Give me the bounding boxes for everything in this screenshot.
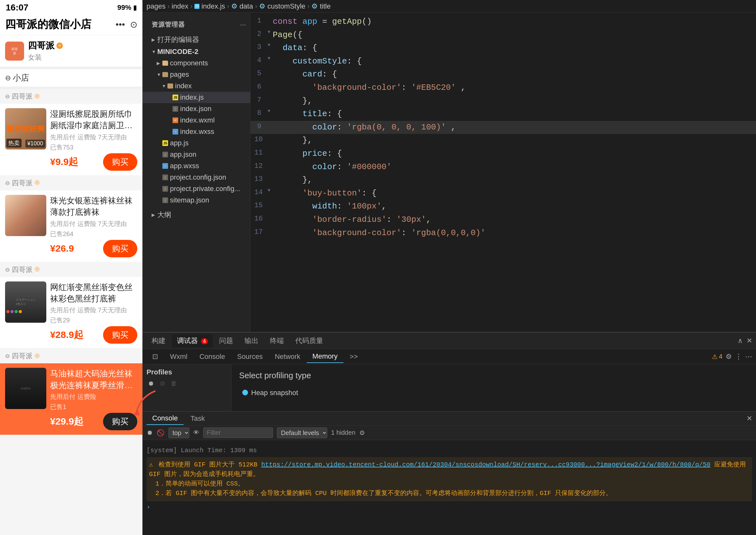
tree-item-minicode2[interactable]: ▼ MINICODE-2 [143, 46, 250, 57]
dots-icon[interactable]: ⋯ [745, 352, 752, 361]
tree-item-pages[interactable]: ▼ pages [143, 69, 250, 80]
tree-item-index-wxml[interactable]: W index.wxml [143, 115, 250, 126]
breadcrumb-sep-4: › [255, 2, 257, 11]
tree-item-project-config[interactable]: {} project.config.json [143, 172, 250, 183]
stop-btn[interactable]: ⊘ [158, 379, 167, 388]
delete-btn[interactable]: 🗑 [169, 379, 178, 388]
sub-tab-wxml[interactable]: Wxml [164, 351, 193, 363]
scan-icon[interactable]: ⊙ [130, 19, 137, 30]
code-lines[interactable]: 1 const app = getApp() 2 ▼ Page({ 3 ▼ da… [251, 13, 756, 332]
tree-item-project-private[interactable]: {} project.private.config... [143, 183, 250, 194]
store-subtitle: 女装 [28, 53, 63, 62]
folder-icon-index [168, 83, 173, 89]
line-num-6: 6 [254, 81, 268, 92]
buy-btn-2[interactable]: 购买 [103, 240, 137, 257]
wxss-icon-index-wxss: ~ [173, 129, 178, 134]
line-num-3: 3 [254, 42, 268, 53]
product-name-2: 珠光女银葱连裤袜丝袜薄款打底裤袜 [50, 195, 137, 218]
sub-tab-memory[interactable]: Memory [307, 350, 343, 363]
file-tree-more[interactable]: ··· [240, 21, 246, 29]
more-icon[interactable]: ••• [116, 19, 125, 30]
tree-item-app-js[interactable]: JS app.js [143, 137, 250, 149]
tree-item-sitemap[interactable]: {} sitemap.json [143, 194, 250, 206]
tab-debugger[interactable]: 调试器 4 [172, 334, 213, 348]
tree-item-app-wxss[interactable]: ~ app.wxss [143, 160, 250, 172]
product-img-2 [5, 195, 46, 236]
breadcrumb-indexjs: index.js [202, 2, 225, 11]
tree-item-index-wxss[interactable]: ~ index.wxss [143, 126, 250, 137]
code-content-11: price: { [273, 147, 752, 160]
code-line-2: 2 ▼ Page({ [251, 29, 756, 42]
verified-3: ⓔ [35, 266, 40, 273]
project-private-label: project.private.config... [170, 185, 240, 193]
battery-level: 99% [117, 4, 131, 12]
fold-4[interactable]: ▼ [268, 55, 273, 62]
code-line-10: 10 }, [251, 134, 756, 147]
radio-heap[interactable] [242, 390, 248, 395]
sub-tab-panel-icon[interactable]: ⊡ [147, 351, 164, 363]
buy-btn-3[interactable]: 购买 [103, 326, 137, 344]
index-json-label: index.json [180, 105, 211, 113]
console-eye-icon[interactable]: 👁 [193, 429, 200, 436]
line-num-9: 9 [254, 121, 268, 132]
console-record-icon[interactable]: ⏺ [147, 429, 153, 436]
shop-tab[interactable]: ⊖ 小店 [0, 69, 142, 89]
console-link[interactable]: https://store.mp.video.tencent-cloud.com… [261, 461, 710, 468]
collapse-icon[interactable]: ∧ [738, 337, 743, 345]
section-header-2: ⊖ 四哥派 ⓔ [0, 176, 142, 190]
outline-label: 大纲 [157, 210, 171, 220]
console-levels-select[interactable]: Default levels [277, 427, 327, 438]
console-tab-task[interactable]: Task [185, 412, 210, 425]
sub-tab-console[interactable]: Console [194, 351, 231, 363]
console-filter-input[interactable] [203, 427, 273, 438]
line-num-7: 7 [254, 95, 268, 106]
tab-issues[interactable]: 问题 [214, 334, 238, 348]
buy-btn-4[interactable]: 购买 [103, 413, 137, 430]
console-close-icon[interactable]: ✕ [746, 414, 752, 423]
fold-2[interactable]: ▼ [268, 29, 273, 36]
console-toolbar: ⏺ 🚫 top 👁 Default levels 1 hidden ⚙ [143, 426, 756, 440]
tab-terminal[interactable]: 终端 [265, 334, 289, 348]
line-num-12: 12 [254, 160, 268, 172]
tree-item-index-json[interactable]: {} index.json [143, 103, 250, 115]
minicode2-label: MINICODE-2 [157, 47, 199, 56]
fold-14[interactable]: ▼ [268, 187, 273, 194]
fold-8[interactable]: ▼ [268, 108, 273, 115]
code-content-1: const app = getApp() [273, 15, 752, 29]
settings-icon[interactable]: ⚙ [726, 352, 732, 361]
sub-tab-more[interactable]: >> [344, 351, 364, 363]
code-content-12: color: '#000000' [273, 160, 752, 174]
section-label-3: 四哥派 [12, 265, 33, 274]
folder-arrow-pages: ▼ [157, 72, 160, 77]
more-icon-sub[interactable]: ⋮ [735, 352, 742, 361]
product-info-3: 网红渐变黑丝渐变色丝袜彩色黑丝打底裤 先用后付 运费险 7天无理由 已售29 ¥… [50, 281, 137, 344]
code-content-6: 'background-color': '#EB5C20' , [273, 81, 752, 95]
line-num-2: 2 [254, 29, 268, 40]
code-line-4: 4 ▼ customStyle: { [251, 55, 756, 68]
fold-3[interactable]: ▼ [268, 42, 273, 48]
tab-build[interactable]: 构建 [147, 334, 171, 348]
console-tab-console[interactable]: Console [147, 412, 184, 425]
tree-item-components[interactable]: ▶ components [143, 57, 250, 69]
buy-btn-1[interactable]: 购买 [103, 153, 137, 171]
sub-tab-network[interactable]: Network [269, 351, 306, 363]
line-num-1: 1 [254, 15, 268, 26]
record-btn[interactable]: ⏺ [147, 379, 155, 388]
tree-item-index-js[interactable]: JS index.js [143, 92, 250, 103]
open-editors-label: 打开的编辑器 [157, 35, 199, 44]
close-panel-icon[interactable]: ✕ [746, 337, 752, 345]
tree-item-outline[interactable]: ▶ 大纲 [143, 209, 250, 221]
breadcrumb-func-icon: ⚙ [231, 2, 237, 11]
product-tags-3: 先用后付 运费险 7天无理由 [50, 306, 137, 315]
tab-quality[interactable]: 代码质量 [290, 334, 328, 348]
tree-item-app-json[interactable]: {} app.json [143, 149, 250, 160]
sub-tab-sources[interactable]: Sources [231, 351, 269, 363]
console-context-select[interactable]: top [168, 427, 189, 438]
console-stop-icon[interactable]: 🚫 [157, 429, 165, 436]
profiling-option-heap[interactable]: Heap snapshot [239, 385, 748, 400]
section-icon-2: ⊖ [5, 180, 10, 186]
tab-output[interactable]: 输出 [239, 334, 263, 348]
console-settings-icon[interactable]: ⚙ [359, 429, 365, 436]
tree-item-index-folder[interactable]: ▼ index [143, 80, 250, 92]
tree-item-open-editors[interactable]: ▶ 打开的编辑器 [143, 33, 250, 46]
